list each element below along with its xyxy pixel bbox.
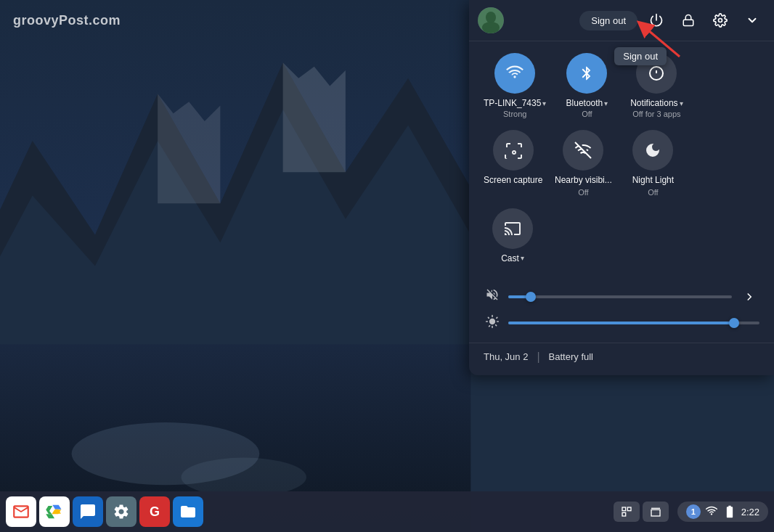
cast-icon — [492, 208, 533, 249]
nearby-sublabel: Off — [578, 188, 588, 197]
brightness-slider-fill — [508, 322, 734, 324]
date-battery-divider: | — [537, 351, 539, 364]
taskbar-grammarly[interactable]: G — [139, 496, 170, 527]
quick-settings-panel: Sign out Sign out — [469, 0, 774, 375]
bluetooth-tile[interactable]: Bluetooth ▾ Off — [558, 53, 616, 118]
taskbar-time: 2:22 — [741, 507, 759, 517]
taskbar-right: 1 2:22 — [614, 502, 768, 522]
bluetooth-sublabel: Off — [582, 110, 592, 118]
volume-slider-row — [484, 287, 759, 307]
nearby-label: Nearby visibi... — [555, 175, 612, 187]
taskbar-status-area[interactable]: 1 2:22 — [677, 502, 768, 522]
night-light-label: Night Light — [632, 175, 674, 187]
night-light-sublabel: Off — [648, 188, 658, 197]
watermark-text: groovyPost.com — [13, 13, 121, 28]
bluetooth-tile-icon — [566, 53, 607, 94]
bottom-info-bar: Thu, Jun 2 | Battery full — [469, 343, 774, 364]
lock-button[interactable] — [675, 7, 701, 33]
taskbar-messages[interactable] — [73, 496, 103, 527]
screen-capture-tile[interactable]: Screen capture — [484, 130, 542, 187]
wifi-label: TP-LINK_7435 ▾ — [484, 98, 546, 108]
volume-mute-icon — [484, 287, 501, 306]
taskbar-wifi-icon — [705, 505, 718, 518]
taskbar-drive[interactable] — [39, 496, 70, 527]
brightness-slider-row — [484, 314, 759, 332]
wifi-sublabel: Strong — [503, 110, 526, 118]
cast-tile[interactable]: Cast ▾ — [484, 208, 542, 263]
taskbar-files[interactable] — [173, 496, 203, 527]
taskbar-battery-icon — [722, 504, 737, 519]
nearby-tile[interactable]: Nearby visibi... Off — [554, 130, 612, 197]
avatar — [478, 7, 504, 33]
brightness-slider-track[interactable] — [508, 322, 759, 324]
svg-rect-22 — [627, 507, 631, 511]
svg-rect-23 — [622, 512, 626, 516]
settings-button[interactable] — [707, 7, 733, 33]
panel-topbar: Sign out — [469, 0, 774, 41]
screen-capture-icon — [493, 130, 534, 171]
taskbar-window-buttons — [614, 502, 669, 522]
notifications-label: Notifications ▾ — [630, 98, 683, 108]
brightness-icon — [484, 314, 501, 332]
sign-out-tooltip: Sign out — [614, 47, 667, 65]
notification-badge: 1 — [686, 504, 701, 519]
volume-slider-thumb — [526, 292, 536, 302]
window-button-2[interactable] — [643, 502, 669, 522]
power-button[interactable] — [643, 7, 669, 33]
night-light-tile[interactable]: Night Light Off — [624, 130, 682, 197]
sliders-section — [469, 281, 774, 338]
quick-tiles-section: TP-LINK_7435 ▾ Strong Bluetooth ▾ Off — [469, 41, 774, 281]
sign-out-button[interactable]: Sign out — [579, 11, 637, 30]
volume-expand-button[interactable] — [739, 287, 759, 307]
nearby-tile-icon — [563, 130, 603, 171]
window-button-1[interactable] — [614, 502, 640, 522]
svg-rect-24 — [651, 510, 660, 516]
wifi-tile[interactable]: TP-LINK_7435 ▾ Strong — [484, 53, 546, 118]
wifi-tile-icon — [494, 53, 535, 94]
chevron-down-button[interactable] — [739, 7, 765, 33]
svg-point-10 — [486, 12, 496, 23]
tiles-row-2: Screen capture Nearby visibi... — [484, 130, 759, 197]
svg-rect-21 — [622, 507, 626, 511]
svg-rect-13 — [683, 20, 693, 25]
taskbar-apps: G — [6, 496, 614, 527]
brightness-slider-thumb — [729, 318, 739, 328]
screen-capture-label: Screen capture — [484, 175, 542, 187]
volume-slider-track[interactable] — [508, 295, 732, 298]
svg-point-14 — [719, 19, 722, 22]
panel-date: Thu, Jun 2 — [484, 351, 528, 362]
taskbar: G 1 — [0, 491, 774, 532]
notifications-sublabel: Off for 3 apps — [632, 110, 680, 118]
cast-label: Cast ▾ — [501, 253, 524, 263]
tiles-row-3: Cast ▾ — [484, 208, 759, 263]
night-light-icon — [632, 130, 673, 171]
taskbar-gmail[interactable] — [6, 496, 36, 527]
panel-battery: Battery full — [549, 351, 593, 362]
taskbar-settings[interactable] — [106, 496, 137, 527]
bluetooth-label: Bluetooth ▾ — [566, 98, 608, 108]
